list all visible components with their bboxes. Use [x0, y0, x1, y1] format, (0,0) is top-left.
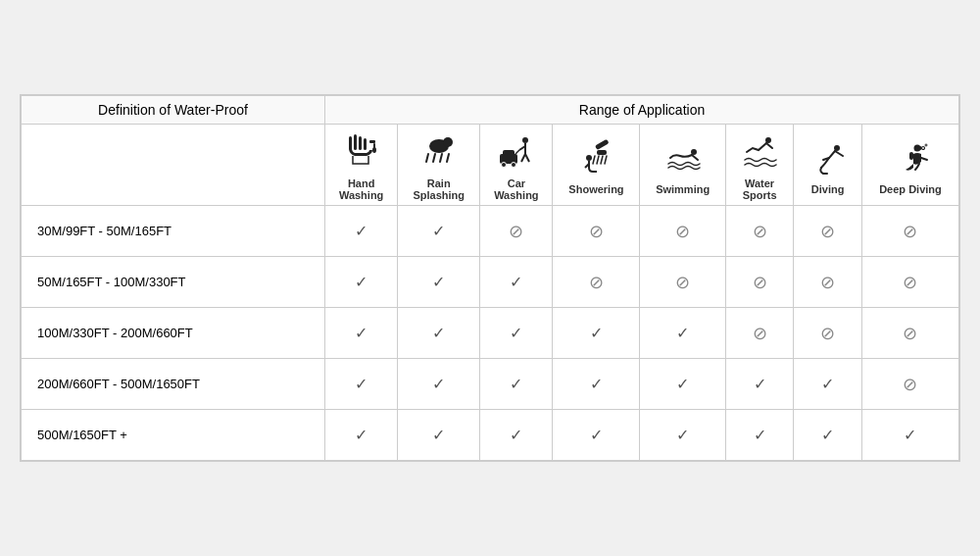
- table-row: 500M/1650FT +✓✓✓✓✓✓✓✓: [22, 410, 959, 461]
- svg-rect-23: [595, 139, 610, 150]
- checkmark: ✓: [355, 325, 368, 341]
- col-hand-washing: HandWashing: [325, 125, 398, 206]
- value-cell: ✓: [480, 257, 553, 308]
- value-cell: ⊘: [861, 359, 958, 410]
- no-symbol: ⊘: [903, 324, 917, 343]
- water-sports-icon: [739, 132, 780, 174]
- icon-header-row: HandWashing RainSplash: [22, 125, 959, 206]
- col-rain-splashing: RainSplashing: [398, 125, 480, 206]
- svg-line-27: [601, 156, 603, 164]
- table-row: 30M/99FT - 50M/165FT✓✓⊘⊘⊘⊘⊘⊘: [22, 206, 959, 257]
- hand-washing-label: HandWashing: [339, 177, 383, 201]
- showering-label: Showering: [568, 183, 623, 195]
- svg-line-17: [525, 154, 529, 162]
- value-cell: ✓: [553, 359, 640, 410]
- value-cell: ✓: [325, 359, 398, 410]
- checkmark: ✓: [754, 427, 766, 443]
- no-symbol: ⊘: [820, 324, 835, 343]
- checkmark: ✓: [510, 376, 522, 392]
- diving-icon: [808, 138, 849, 179]
- range-label: 100M/330FT - 200M/660FT: [22, 308, 325, 359]
- main-header-row: Definition of Water-Proof Range of Appli…: [22, 96, 959, 125]
- value-cell: ✓: [325, 410, 398, 461]
- svg-line-28: [605, 156, 607, 164]
- checkmark: ✓: [432, 427, 445, 443]
- value-cell: ⊘: [725, 257, 794, 308]
- no-symbol: ⊘: [820, 273, 835, 292]
- svg-line-11: [440, 154, 442, 162]
- svg-line-38: [921, 158, 927, 160]
- value-cell: ⊘: [725, 308, 794, 359]
- definition-header: Definition of Water-Proof: [22, 96, 325, 125]
- value-cell: ⊘: [725, 206, 794, 257]
- checkmark: ✓: [754, 376, 766, 392]
- value-cell: ✓: [640, 308, 725, 359]
- no-symbol: ⊘: [753, 324, 767, 343]
- checkmark: ✓: [510, 325, 522, 341]
- value-cell: ✓: [480, 359, 553, 410]
- svg-point-40: [925, 144, 927, 146]
- checkmark: ✓: [355, 223, 368, 239]
- range-header: Range of Application: [325, 96, 959, 125]
- value-cell: ✓: [794, 410, 862, 461]
- col-diving: Diving: [794, 125, 862, 206]
- value-cell: ✓: [553, 308, 640, 359]
- svg-point-13: [522, 137, 528, 143]
- svg-line-25: [593, 156, 595, 164]
- svg-point-39: [921, 147, 924, 150]
- checkmark: ✓: [676, 325, 689, 341]
- checkmark: ✓: [590, 325, 603, 341]
- value-cell: ✓: [325, 257, 398, 308]
- no-symbol: ⊘: [589, 273, 604, 292]
- checkmark: ✓: [432, 325, 445, 341]
- svg-line-16: [521, 154, 525, 162]
- water-resistance-table: Definition of Water-Proof Range of Appli…: [20, 94, 960, 462]
- checkmark: ✓: [355, 274, 368, 290]
- value-cell: ✓: [398, 410, 480, 461]
- svg-line-10: [433, 154, 435, 162]
- value-cell: ✓: [794, 359, 862, 410]
- checkmark: ✓: [355, 427, 368, 443]
- svg-line-22: [515, 150, 519, 154]
- col-water-sports: WaterSports: [725, 125, 794, 206]
- value-cell: ⊘: [640, 206, 725, 257]
- checkmark: ✓: [432, 223, 445, 239]
- value-cell: ✓: [325, 206, 398, 257]
- checkmark: ✓: [590, 376, 603, 392]
- table-row: 100M/330FT - 200M/660FT✓✓✓✓✓⊘⊘⊘: [22, 308, 959, 359]
- deep-diving-icon: [890, 138, 931, 179]
- rain-splashing-label: RainSplashing: [413, 177, 465, 201]
- svg-rect-1: [354, 134, 357, 150]
- svg-rect-19: [503, 150, 514, 156]
- value-cell: ✓: [398, 308, 480, 359]
- no-symbol: ⊘: [675, 273, 690, 292]
- svg-rect-2: [359, 136, 362, 150]
- value-cell: ⊘: [553, 206, 640, 257]
- table-row: 200M/660FT - 500M/1650FT✓✓✓✓✓✓✓⊘: [22, 359, 959, 410]
- no-symbol: ⊘: [903, 273, 917, 292]
- col-swimming: Swimming: [640, 125, 725, 206]
- svg-rect-4: [369, 140, 375, 143]
- checkmark: ✓: [355, 376, 368, 392]
- value-cell: ✓: [553, 410, 640, 461]
- col-deep-diving: Deep Diving: [861, 125, 958, 206]
- svg-rect-24: [597, 150, 607, 155]
- range-label: 50M/165FT - 100M/330FT: [22, 257, 325, 308]
- svg-point-20: [501, 163, 506, 168]
- swim-icon: [662, 138, 704, 179]
- no-symbol: ⊘: [903, 375, 917, 394]
- svg-point-21: [511, 163, 515, 168]
- range-label: 500M/1650FT +: [22, 410, 325, 461]
- value-cell: ✓: [398, 257, 480, 308]
- no-symbol: ⊘: [820, 222, 835, 241]
- checkmark: ✓: [590, 427, 603, 443]
- value-cell: ⊘: [794, 257, 862, 308]
- svg-line-26: [597, 156, 599, 164]
- value-cell: ✓: [480, 308, 553, 359]
- value-cell: ⊘: [794, 206, 862, 257]
- checkmark: ✓: [676, 427, 689, 443]
- value-cell: ✓: [398, 206, 480, 257]
- svg-rect-37: [909, 152, 913, 160]
- rain-icon: [418, 132, 460, 174]
- range-label: 200M/660FT - 500M/1650FT: [22, 359, 325, 410]
